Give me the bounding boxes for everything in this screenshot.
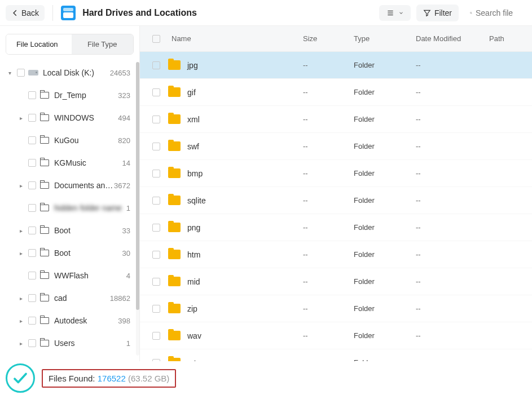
scrollbar[interactable] — [136, 62, 139, 356]
tree-item[interactable]: ▸hidden folder name1 — [3, 197, 136, 219]
search-box[interactable] — [464, 5, 526, 21]
search-input[interactable] — [476, 8, 521, 17]
tree-item-label: hidden folder name — [54, 203, 126, 212]
list-icon — [386, 9, 395, 17]
tree-checkbox[interactable] — [28, 294, 36, 302]
row-date: -- — [416, 115, 489, 123]
tree-item-label: Users — [54, 339, 126, 348]
tree-checkbox[interactable] — [28, 317, 36, 325]
tree-item-label: WWFlash — [54, 271, 126, 280]
tree-item-count: 33 — [122, 227, 133, 235]
select-all-checkbox[interactable] — [152, 35, 160, 43]
caret-icon[interactable]: ▾ — [6, 70, 14, 76]
tree-checkbox[interactable] — [28, 272, 36, 279]
caret-icon[interactable]: ▸ — [17, 318, 25, 324]
tree-item[interactable]: ▸WINDOWS494 — [3, 106, 136, 129]
tree-item-count: 30 — [122, 249, 133, 258]
tab-file-type[interactable]: File Type — [72, 34, 134, 54]
col-name[interactable]: Name — [168, 34, 303, 43]
row-checkbox[interactable] — [152, 305, 160, 313]
col-date[interactable]: Date Modified — [416, 34, 489, 43]
file-row[interactable]: wav--Folder-- — [140, 322, 532, 349]
tree-item[interactable]: ▸KuGou820 — [3, 129, 136, 152]
caret-icon[interactable]: ▸ — [17, 183, 25, 189]
scrollbar-thumb[interactable] — [136, 62, 139, 310]
tree-item[interactable]: ▸WWFlash4 — [3, 264, 136, 287]
tab-file-location[interactable]: File Location — [6, 34, 68, 54]
row-checkbox[interactable] — [152, 251, 160, 259]
row-checkbox[interactable] — [152, 143, 160, 150]
tree-checkbox[interactable] — [17, 69, 25, 77]
tree-item[interactable]: ▸Users1 — [3, 332, 136, 354]
row-checkbox[interactable] — [152, 61, 160, 69]
caret-icon[interactable]: ▸ — [17, 115, 25, 121]
caret-icon[interactable]: ▸ — [17, 340, 25, 347]
row-checkbox[interactable] — [152, 332, 160, 340]
tree-item[interactable]: ▸Dr_Temp323 — [3, 84, 136, 106]
row-checkbox[interactable] — [152, 224, 160, 232]
row-type: Folder — [354, 331, 416, 340]
file-row[interactable]: mts--Folder-- — [140, 349, 532, 361]
folder-icon — [39, 180, 50, 190]
folder-icon — [39, 270, 50, 281]
row-type: Folder — [354, 61, 416, 69]
file-row[interactable]: xml--Folder-- — [140, 106, 532, 133]
row-checkbox[interactable] — [152, 197, 160, 205]
tree-item-label: Dr_Temp — [54, 91, 118, 100]
row-checkbox[interactable] — [152, 116, 160, 123]
row-size: -- — [303, 169, 354, 177]
tree-item[interactable]: ▸Boot30 — [3, 242, 136, 264]
row-name: wav — [187, 331, 201, 340]
folder-icon — [168, 250, 181, 259]
files-found-count: 176522 — [98, 374, 126, 383]
tree-checkbox[interactable] — [28, 227, 36, 234]
folder-icon — [39, 338, 50, 348]
row-name: htm — [187, 250, 200, 259]
filter-button[interactable]: Filter — [416, 5, 459, 21]
file-row[interactable]: sqlite--Folder-- — [140, 187, 532, 214]
tree-checkbox[interactable] — [28, 339, 36, 347]
row-checkbox[interactable] — [152, 170, 160, 177]
tree-checkbox[interactable] — [28, 204, 36, 212]
file-row[interactable]: jpg--Folder-- — [140, 52, 532, 79]
col-size[interactable]: Size — [303, 34, 354, 43]
folder-icon — [168, 331, 181, 340]
tree-item[interactable]: ▸Documents and Set...3672 — [3, 174, 136, 197]
tree-checkbox[interactable] — [28, 136, 36, 144]
row-name: jpg — [187, 61, 198, 70]
tree-checkbox[interactable] — [28, 181, 36, 189]
file-panel: Name Size Type Date Modified Path jpg--F… — [140, 26, 532, 361]
file-row[interactable]: mid--Folder-- — [140, 268, 532, 295]
row-checkbox[interactable] — [152, 359, 160, 362]
tree-item[interactable]: ▸Autodesk398 — [3, 309, 136, 332]
tree-checkbox[interactable] — [28, 249, 36, 257]
file-row[interactable]: bmp--Folder-- — [140, 160, 532, 187]
tree-item[interactable]: ▸cad18862 — [3, 287, 136, 309]
tree-checkbox[interactable] — [28, 114, 36, 122]
caret-icon[interactable]: ▸ — [17, 250, 25, 256]
folder-icon — [168, 168, 181, 178]
col-path[interactable]: Path — [489, 34, 523, 43]
tree-item-count: 494 — [118, 114, 133, 122]
tree-checkbox[interactable] — [28, 159, 36, 167]
row-checkbox[interactable] — [152, 88, 160, 96]
file-row[interactable]: png--Folder-- — [140, 214, 532, 241]
file-row[interactable]: swf--Folder-- — [140, 133, 532, 160]
caret-icon[interactable]: ▸ — [17, 228, 25, 234]
file-row[interactable]: gif--Folder-- — [140, 79, 532, 106]
tree-checkbox[interactable] — [28, 91, 36, 99]
col-type[interactable]: Type — [354, 34, 416, 43]
row-name: sqlite — [187, 196, 206, 205]
tree-item[interactable]: ▸KGMusic14 — [3, 152, 136, 174]
back-button[interactable]: Back — [6, 5, 45, 21]
tree-item[interactable]: ▾Local Disk (K:)24653 — [3, 61, 136, 84]
file-row[interactable]: htm--Folder-- — [140, 241, 532, 268]
row-checkbox[interactable] — [152, 278, 160, 286]
tree-item-label: Local Disk (K:) — [43, 68, 110, 77]
view-mode-button[interactable] — [379, 5, 411, 21]
tree-item-count: 1 — [126, 204, 133, 212]
caret-icon[interactable]: ▸ — [17, 295, 25, 301]
tree-item[interactable]: ▸Boot33 — [3, 219, 136, 242]
folder-icon — [168, 277, 181, 286]
file-row[interactable]: zip--Folder-- — [140, 295, 532, 322]
